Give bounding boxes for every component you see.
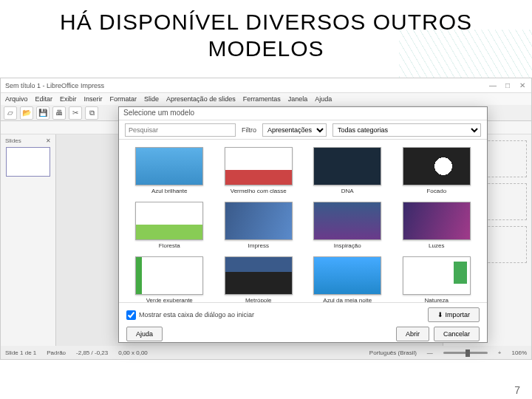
menu-slide[interactable]: Slide [144,95,159,103]
menu-ajuda[interactable]: Ajuda [315,95,332,103]
filter-select[interactable]: Apresentações [262,123,327,137]
template-name: Vermelho com classe [231,188,287,194]
template-thumbnail [135,147,203,185]
template-impress[interactable]: Impress [219,202,299,249]
menu-formatar[interactable]: Formatar [110,95,137,103]
template-name: Verde exuberante [146,297,193,302]
template-azul-da-meia-noite[interactable]: Azul da meia noite [307,256,388,302]
zoom-slider[interactable] [443,352,488,354]
maximize-icon[interactable]: □ [503,81,512,90]
close-icon[interactable]: ✕ [518,81,527,90]
window-controls: — □ ✕ [488,81,527,90]
template-name: DNA [341,188,354,194]
status-language: Português (Brasil) [369,349,417,356]
template-thumbnail [225,256,293,295]
statusbar: Slide 1 de 1 Padrão -2,85 / -0,23 0,00 x… [1,346,531,359]
template-name: Azul brilhante [151,188,187,194]
dialog-footer: Mostrar esta caixa de diálogo ao iniciar… [119,302,487,342]
print-icon[interactable]: 🖶 [52,106,66,120]
template-name: Inspiração [334,242,361,249]
status-layout: Padrão [47,349,66,356]
menu-editar[interactable]: Editar [35,95,53,103]
open-button[interactable]: Abrir [396,327,429,341]
slides-panel: Slides ✕ [1,134,56,346]
template-vermelho-com-classe[interactable]: Vermelho com classe [219,147,299,194]
template-thumbnail [403,147,471,185]
status-slide-pos: Slide 1 de 1 [5,349,36,356]
app-titlebar: Sem título 1 - LibreOffice Impress — □ ✕ [1,78,531,93]
cancel-button[interactable]: Cancelar [434,327,480,341]
template-metrópole[interactable]: Metrópole [219,256,299,302]
template-thumbnail [403,202,471,240]
new-file-icon[interactable]: ▱ [4,106,17,120]
template-name: Azul da meia noite [323,297,372,302]
show-on-start-checkbox[interactable] [126,310,136,320]
template-azul-brilhante[interactable]: Azul brilhante [129,147,210,194]
menu-arquivo[interactable]: Arquivo [5,95,28,103]
dialog-title: Selecione um modelo [119,107,487,120]
status-coords1: -2,85 / -0,23 [76,349,108,356]
zoom-plus-icon[interactable]: + [498,349,502,356]
template-grid: Azul brilhanteVermelho com classeDNAFoca… [119,140,487,302]
template-thumbnail [403,256,471,295]
template-name: Impress [248,242,269,249]
menu-inserir[interactable]: Inserir [84,95,103,103]
search-input[interactable] [125,123,236,137]
template-thumbnail [313,256,381,295]
menubar: ArquivoEditarExibirInserirFormatarSlideA… [1,93,531,105]
filter-label: Filtro [242,126,256,134]
template-thumbnail [225,202,293,240]
zoom-minus-icon[interactable]: — [427,349,433,356]
dialog-filter-row: Filtro Apresentações Todas categorias [119,120,487,140]
save-icon[interactable]: 💾 [36,106,50,120]
menu-ferramentas[interactable]: Ferramentas [243,95,281,103]
template-name: Floresta [159,242,180,249]
template-thumbnail [313,202,381,240]
help-button[interactable]: Ajuda [126,327,163,341]
template-name: Metrópole [245,297,272,302]
category-select[interactable]: Todas categorias [332,123,481,137]
menu-janela[interactable]: Janela [288,95,308,103]
template-chooser-dialog: Selecione um modelo Filtro Apresentações… [118,106,488,343]
template-focado[interactable]: Focado [397,147,477,194]
template-inspiração[interactable]: Inspiração [307,202,388,249]
template-thumbnail [135,202,203,240]
template-verde-exuberante[interactable]: Verde exuberante [129,256,210,302]
template-thumbnail [225,147,293,185]
app-title: Sem título 1 - LibreOffice Impress [5,82,104,89]
template-name: Luzes [429,242,444,249]
template-thumbnail [135,256,203,295]
slide-thumbnail-1[interactable] [6,147,50,177]
template-floresta[interactable]: Floresta [129,202,210,249]
template-thumbnail [313,147,381,185]
import-button[interactable]: ⬇ Importar [428,307,480,322]
template-natureza[interactable]: Natureza [397,256,477,302]
minimize-icon[interactable]: — [488,81,497,90]
open-icon[interactable]: 📂 [20,106,33,120]
cut-icon[interactable]: ✂ [69,106,82,120]
menu-apresentação-de-slides[interactable]: Apresentação de slides [166,95,236,103]
copy-icon[interactable]: ⧉ [85,106,98,120]
template-name: Natureza [425,297,449,302]
template-dna[interactable]: DNA [307,147,388,194]
page-number: 7 [514,384,520,396]
template-name: Focado [426,188,446,194]
show-on-start-label: Mostrar esta caixa de diálogo ao iniciar [139,311,254,318]
template-luzes[interactable]: Luzes [397,202,477,249]
slides-panel-close-icon[interactable]: ✕ [46,137,51,144]
slides-panel-label: Slides [5,137,21,144]
status-coords2: 0,00 x 0,00 [118,349,148,356]
menu-exibir[interactable]: Exibir [60,95,77,103]
status-zoom: 106% [512,349,527,356]
